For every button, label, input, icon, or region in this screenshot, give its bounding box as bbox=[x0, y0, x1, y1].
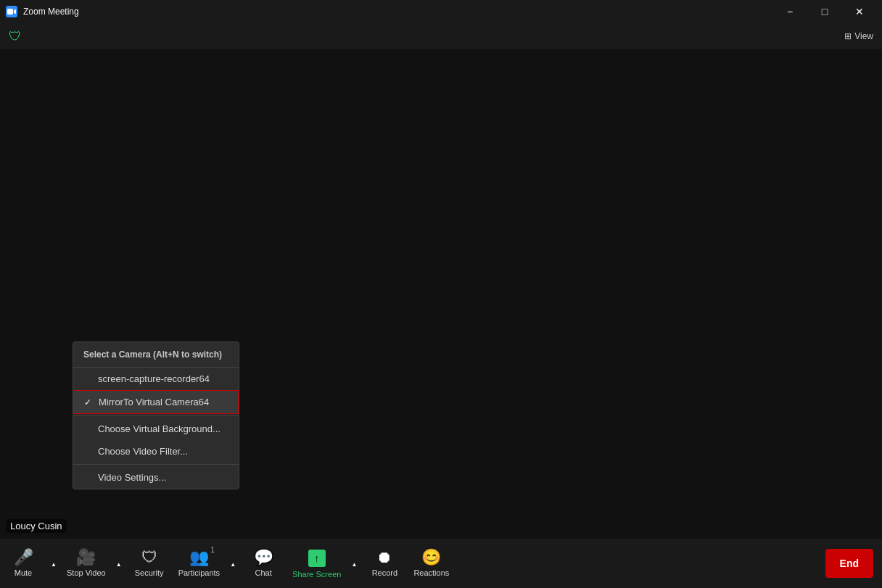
participants-button[interactable]: 👥 1 Participants bbox=[173, 539, 226, 588]
video-camera-icon: 🎥 bbox=[76, 550, 96, 566]
mute-caret[interactable] bbox=[46, 539, 61, 588]
reactions-button[interactable]: 😊 Reactions bbox=[408, 539, 455, 588]
video-area: Loucy Cusin Select a Camera (Alt+N to sw… bbox=[0, 49, 882, 539]
close-button[interactable]: ✕ bbox=[843, 0, 876, 23]
share-screen-icon: ↑ bbox=[308, 549, 326, 567]
view-icon: ⊞ bbox=[844, 31, 852, 41]
toolbar: 🎤 Mute 🎥 Stop Video 🛡 Security 👥 1 bbox=[0, 539, 882, 588]
record-group: ⏺ Record bbox=[361, 539, 408, 588]
checkmark-vbg bbox=[83, 424, 94, 434]
checkmark-settings bbox=[83, 473, 94, 483]
video-settings-item[interactable]: Video Settings... bbox=[73, 466, 239, 489]
share-screen-group: ↑ Share Screen bbox=[287, 539, 361, 588]
end-button[interactable]: End bbox=[825, 549, 873, 578]
participants-label: Participants bbox=[178, 568, 220, 577]
mute-label: Mute bbox=[15, 568, 32, 577]
share-screen-caret-icon bbox=[351, 560, 357, 568]
chat-icon: 💬 bbox=[254, 550, 273, 566]
camera-menu-title: Select a Camera (Alt+N to switch) bbox=[73, 342, 239, 368]
stop-video-label: Stop Video bbox=[67, 568, 106, 577]
view-button[interactable]: ⊞ View bbox=[844, 31, 873, 41]
share-screen-button[interactable]: ↑ Share Screen bbox=[287, 539, 347, 588]
choose-video-filter-item[interactable]: Choose Video Filter... bbox=[73, 440, 239, 463]
security-button[interactable]: 🛡 Security bbox=[126, 539, 173, 588]
security-group: 🛡 Security bbox=[126, 539, 173, 588]
chat-label: Chat bbox=[255, 568, 271, 577]
record-icon: ⏺ bbox=[376, 550, 392, 566]
view-label: View bbox=[854, 31, 873, 41]
record-label: Record bbox=[372, 568, 397, 577]
video-settings-label: Video Settings... bbox=[98, 472, 166, 483]
mute-caret-icon bbox=[51, 560, 57, 568]
chat-group: 💬 Chat bbox=[240, 539, 287, 588]
participants-caret-icon bbox=[230, 560, 236, 568]
app-title: Zoom Meeting bbox=[23, 7, 79, 17]
video-filter-label: Choose Video Filter... bbox=[98, 446, 188, 457]
mute-button[interactable]: 🎤 Mute bbox=[0, 539, 46, 588]
minimize-button[interactable]: − bbox=[773, 0, 807, 23]
virtual-background-label: Choose Virtual Background... bbox=[98, 423, 220, 434]
security-shield-icon: 🛡 bbox=[9, 29, 23, 44]
checkmark-vf bbox=[83, 447, 94, 457]
top-bar: 🛡 ⊞ View bbox=[0, 23, 882, 49]
zoom-app-icon bbox=[6, 6, 17, 17]
menu-separator-1 bbox=[73, 415, 239, 416]
title-bar-left: Zoom Meeting bbox=[6, 6, 79, 17]
mute-group: 🎤 Mute bbox=[0, 539, 61, 588]
camera-menu: Select a Camera (Alt+N to switch) screen… bbox=[73, 341, 239, 489]
choose-virtual-background-item[interactable]: Choose Virtual Background... bbox=[73, 418, 239, 440]
share-screen-label: Share Screen bbox=[292, 570, 341, 579]
share-screen-caret[interactable] bbox=[347, 539, 361, 588]
checkmark-mirrorto: ✓ bbox=[84, 397, 94, 407]
stop-video-caret[interactable] bbox=[112, 539, 126, 588]
mic-icon: 🎤 bbox=[14, 550, 33, 566]
stop-video-caret-icon bbox=[116, 560, 122, 568]
participants-group: 👥 1 Participants bbox=[173, 539, 240, 588]
security-icon: 🛡 bbox=[141, 550, 157, 566]
title-bar: Zoom Meeting − □ ✕ bbox=[0, 0, 882, 23]
record-button[interactable]: ⏺ Record bbox=[361, 539, 408, 588]
participants-count: 1 bbox=[210, 547, 215, 554]
checkmark-screen-capture bbox=[83, 374, 94, 384]
reactions-label: Reactions bbox=[413, 568, 449, 577]
security-label: Security bbox=[135, 568, 164, 577]
participants-icon: 👥 1 bbox=[189, 550, 209, 566]
stop-video-button[interactable]: 🎥 Stop Video bbox=[61, 539, 112, 588]
reactions-icon: 😊 bbox=[421, 550, 441, 566]
stop-video-group: 🎥 Stop Video bbox=[61, 539, 126, 588]
user-label: Loucy Cusin bbox=[6, 519, 67, 533]
camera-item-mirrorto[interactable]: ✓ MirrorTo Virtual Camera64 bbox=[73, 390, 239, 414]
camera-label-mirrorto: MirrorTo Virtual Camera64 bbox=[99, 397, 209, 407]
camera-item-screen-capture[interactable]: screen-capture-recorder64 bbox=[73, 368, 239, 390]
menu-separator-2 bbox=[73, 464, 239, 465]
participants-caret[interactable] bbox=[226, 539, 240, 588]
chat-button[interactable]: 💬 Chat bbox=[240, 539, 287, 588]
window-controls: − □ ✕ bbox=[773, 0, 876, 23]
maximize-button[interactable]: □ bbox=[808, 0, 841, 23]
camera-label-screen-capture: screen-capture-recorder64 bbox=[98, 373, 210, 384]
reactions-group: 😊 Reactions bbox=[408, 539, 455, 588]
